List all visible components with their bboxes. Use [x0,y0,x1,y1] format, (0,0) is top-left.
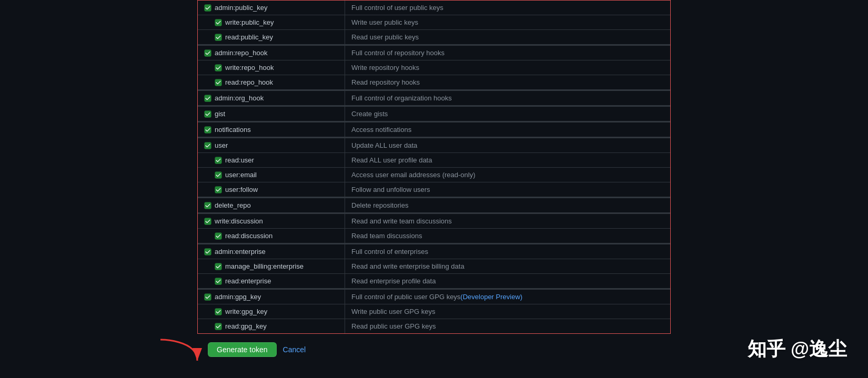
checkbox-user-email[interactable] [215,171,222,179]
checkbox-write-repo_hook[interactable] [215,64,222,71]
cancel-link[interactable]: Cancel [283,345,306,354]
checkbox-user[interactable] [204,142,211,149]
permission-name: user:follow [225,186,258,193]
permission-description: Full control of enterprises [345,244,670,259]
permission-name: write:gpg_key [225,308,267,315]
checkbox-write-public_key[interactable] [215,19,222,26]
generate-token-button[interactable]: Generate token [208,342,277,357]
permission-description: Read enterprise profile data [345,274,670,288]
bottom-actions: Generate token Cancel [197,342,671,357]
checkbox-admin-public_key[interactable] [204,4,211,12]
permission-left-admin-public_key[interactable]: admin:public_key [198,1,345,15]
permission-row: read:discussionRead team discussions [198,229,670,243]
checkbox-read-user[interactable] [215,157,222,164]
permission-left-write-public_key[interactable]: write:public_key [198,15,345,29]
permission-row: gistCreate gists [198,106,670,121]
permission-left-delete_repo[interactable]: delete_repo [198,198,345,212]
permission-left-user-email[interactable]: user:email [198,168,345,182]
permission-description: Full control of public user GPG keys (De… [345,290,670,304]
permission-name: write:repo_hook [225,64,274,71]
permission-row: user:followFollow and unfollow users [198,182,670,197]
checkbox-read-repo_hook[interactable] [215,79,222,86]
permission-row: manage_billing:enterpriseRead and write … [198,259,670,274]
permission-row: read:repo_hookRead repository hooks [198,75,670,90]
permission-left-gist[interactable]: gist [198,107,345,121]
permission-description: Read and write team discussions [345,214,670,228]
permission-name: admin:org_hook [215,94,264,102]
checkbox-read-public_key[interactable] [215,34,222,41]
permission-left-admin-repo_hook[interactable]: admin:repo_hook [198,46,345,60]
permission-left-read-gpg_key[interactable]: read:gpg_key [198,319,345,333]
permission-row: read:gpg_keyRead public user GPG keys [198,319,670,333]
checkbox-gist[interactable] [204,110,211,118]
permission-description: Write user public keys [345,15,670,29]
permission-left-read-enterprise[interactable]: read:enterprise [198,274,345,288]
checkbox-manage_billing-enterprise[interactable] [215,263,222,270]
permission-row: admin:public_keyFull control of user pub… [198,1,670,15]
permission-description: Read repository hooks [345,75,670,89]
permission-description: Access user email addresses (read-only) [345,168,670,182]
permission-row: user:emailAccess user email addresses (r… [198,168,670,182]
permission-row: read:userRead ALL user profile data [198,153,670,168]
permission-name: gist [215,110,225,118]
permission-left-admin-org_hook[interactable]: admin:org_hook [198,91,345,105]
permission-description: Write repository hooks [345,60,670,75]
permission-name: notifications [215,126,251,134]
permission-left-write-gpg_key[interactable]: write:gpg_key [198,304,345,319]
checkbox-read-enterprise[interactable] [215,278,222,285]
checkbox-delete_repo[interactable] [204,202,211,209]
permission-name: read:user [225,156,254,164]
permission-description: Read and write enterprise billing data [345,259,670,273]
permission-name: read:discussion [225,232,272,240]
checkbox-admin-org_hook[interactable] [204,95,211,102]
checkbox-admin-repo_hook[interactable] [204,49,211,57]
permission-left-manage_billing-enterprise[interactable]: manage_billing:enterprise [198,259,345,273]
permission-row: notificationsAccess notifications [198,121,670,137]
permission-name: manage_billing:enterprise [225,262,304,270]
checkbox-user-follow[interactable] [215,186,222,193]
checkbox-read-gpg_key[interactable] [215,323,222,330]
permission-left-admin-enterprise[interactable]: admin:enterprise [198,244,345,259]
permission-description: Read ALL user profile data [345,153,670,167]
permission-left-admin-gpg_key[interactable]: admin:gpg_key [198,290,345,304]
permission-left-read-public_key[interactable]: read:public_key [198,30,345,44]
checkbox-admin-enterprise[interactable] [204,248,211,256]
checkbox-write-discussion[interactable] [204,218,211,225]
permission-description: Write public user GPG keys [345,304,670,319]
developer-preview-badge: (Developer Preview) [460,293,522,301]
permission-description: Full control of repository hooks [345,46,670,60]
permission-name: admin:enterprise [215,248,266,256]
permission-row: write:discussionRead and write team disc… [198,213,670,229]
permission-description: Access notifications [345,122,670,137]
permission-left-user[interactable]: user [198,138,345,152]
permission-row: read:public_keyRead user public keys [198,30,670,45]
permission-left-read-user[interactable]: read:user [198,153,345,167]
permission-name: read:public_key [225,33,273,41]
checkbox-write-gpg_key[interactable] [215,308,222,315]
permission-left-user-follow[interactable]: user:follow [198,182,345,197]
permission-description: Read user public keys [345,30,670,44]
permission-row: read:enterpriseRead enterprise profile d… [198,274,670,289]
permission-description: Read public user GPG keys [345,319,670,333]
permissions-table: admin:public_keyFull control of user pub… [197,0,671,334]
checkbox-admin-gpg_key[interactable] [204,293,211,301]
permission-name: admin:repo_hook [215,49,267,57]
checkbox-notifications[interactable] [204,126,211,134]
permission-description: Follow and unfollow users [345,182,670,197]
permission-left-write-discussion[interactable]: write:discussion [198,214,345,228]
permission-left-read-discussion[interactable]: read:discussion [198,229,345,243]
permission-left-read-repo_hook[interactable]: read:repo_hook [198,75,345,89]
permission-description: Full control of organization hooks [345,91,670,105]
permission-row: write:gpg_keyWrite public user GPG keys [198,304,670,319]
permission-name: read:gpg_key [225,322,267,330]
permission-row: write:public_keyWrite user public keys [198,15,670,30]
permission-row: admin:repo_hookFull control of repositor… [198,45,670,60]
permission-row: admin:org_hookFull control of organizati… [198,90,670,106]
permission-name: delete_repo [215,201,251,209]
permission-left-notifications[interactable]: notifications [198,122,345,137]
permission-row: admin:enterpriseFull control of enterpri… [198,243,670,259]
permission-left-write-repo_hook[interactable]: write:repo_hook [198,60,345,75]
permission-description: Update ALL user data [345,138,670,152]
checkbox-read-discussion[interactable] [215,232,222,240]
arrow-indicator [155,337,203,370]
